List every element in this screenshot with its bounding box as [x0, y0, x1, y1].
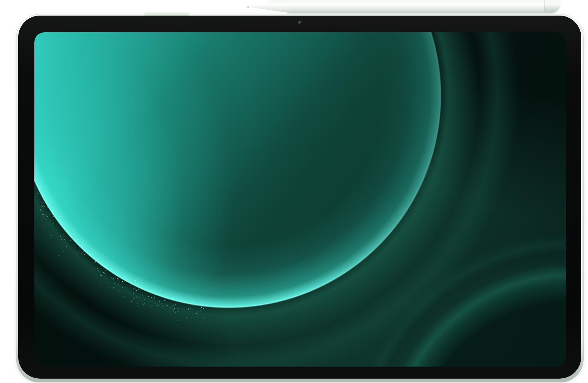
speckle-particle — [183, 307, 184, 307]
speckle-particle — [118, 280, 119, 280]
speckle-particle — [156, 303, 156, 304]
speckle-particle — [36, 182, 37, 183]
speckle-particle — [53, 216, 54, 217]
speckle-particle — [96, 275, 96, 276]
speckle-particle — [173, 310, 174, 311]
speckle-particle — [156, 297, 156, 298]
speckle-particle — [37, 193, 37, 194]
speckle-particle — [126, 285, 127, 285]
speckle-particle — [171, 307, 171, 308]
speckle-particle — [130, 286, 131, 287]
speckle-particle — [98, 270, 99, 271]
speckle-particle — [93, 268, 93, 268]
speckle-particle — [49, 242, 49, 242]
speckle-particle — [198, 309, 199, 309]
speckle-particle — [79, 238, 79, 239]
speckle-particle — [73, 238, 74, 239]
speckle-particle — [40, 210, 41, 211]
speckle-particle — [101, 254, 101, 255]
speckle-particle — [104, 273, 105, 274]
speckle-particle — [83, 240, 84, 241]
speckle-particle — [42, 191, 42, 192]
speckle-particle — [176, 313, 176, 314]
speckle-particle — [163, 303, 163, 303]
speckle-particle — [202, 298, 203, 299]
speckle-particle — [143, 304, 144, 305]
speckle-particle — [123, 292, 124, 292]
speckle-particle — [50, 235, 51, 235]
speckle-particle — [131, 302, 131, 303]
speckle-particle — [76, 261, 76, 262]
speckle-particle — [133, 288, 134, 289]
speckle-particle — [178, 308, 179, 309]
speckle-particle — [56, 234, 57, 234]
speckle-particle — [188, 295, 189, 296]
speckle-particle — [83, 247, 84, 248]
tablet-screen — [34, 32, 566, 367]
speckle-particle — [169, 299, 169, 300]
speckle-particle — [54, 224, 54, 224]
speckle-particle — [168, 286, 169, 286]
speckle-particle — [47, 206, 48, 207]
speckle-particle — [110, 280, 110, 280]
speckle-particle — [46, 212, 46, 213]
speckle-particle — [46, 200, 47, 201]
speckle-particle — [187, 300, 187, 300]
speckle-particle — [97, 250, 97, 251]
speckle-particle — [39, 172, 40, 173]
speckle-particle — [206, 299, 206, 299]
speckle-particle — [118, 290, 118, 291]
speckle-particle — [44, 206, 45, 207]
speckle-particle — [88, 251, 88, 251]
speckle-particle — [74, 231, 74, 232]
speckle-particle — [64, 251, 64, 252]
speckle-particle — [77, 252, 78, 253]
speckle-particle — [112, 274, 112, 274]
speckle-particle — [44, 202, 44, 203]
speckle-particle — [149, 284, 149, 284]
speckle-particle — [120, 279, 120, 279]
speckle-particle — [52, 225, 53, 225]
speckle-particle — [38, 178, 38, 178]
speckle-particle — [137, 303, 138, 304]
speckle-particle — [88, 252, 89, 252]
speckle-particle — [40, 204, 40, 205]
speckle-particle — [63, 212, 63, 212]
speckle-particle — [188, 292, 188, 293]
speckle-particle — [188, 297, 188, 297]
speckle-particle — [136, 297, 137, 298]
speckle-particle — [52, 214, 53, 215]
speckle-particle — [203, 304, 204, 304]
stylus-cap — [544, 0, 560, 13]
speckle-particle — [191, 308, 191, 309]
speckle-particle — [76, 272, 76, 272]
speckle-particle — [113, 278, 114, 279]
speckle-particle — [174, 296, 174, 296]
speckle-particle — [133, 298, 134, 299]
speckle-particle — [129, 295, 130, 295]
speckle-particle — [148, 291, 148, 292]
speckle-particle — [76, 245, 76, 246]
speckle-particle — [35, 206, 35, 206]
speckle-particle — [151, 307, 151, 307]
speckle-particle — [201, 301, 202, 302]
speckle-particle — [122, 287, 123, 288]
speckle-particle — [203, 308, 204, 309]
speckle-particle — [97, 268, 97, 269]
speckle-particle — [83, 251, 84, 252]
speckle-particle — [112, 285, 112, 285]
speckle-particle — [117, 273, 118, 274]
speckle-particle — [73, 254, 74, 254]
speckle-particle — [58, 255, 59, 256]
speckle-particle — [61, 232, 61, 232]
speckle-particle — [100, 282, 101, 283]
stylus-nib-icon — [246, 6, 249, 8]
speckle-particle — [191, 294, 191, 295]
speckle-particle — [112, 264, 113, 264]
speckle-particle — [159, 297, 159, 298]
speckle-particle — [59, 230, 59, 230]
speckle-particle — [57, 244, 58, 244]
speckle-particle — [101, 275, 102, 276]
speckle-particle — [142, 302, 142, 302]
speckle-particle — [163, 305, 163, 306]
